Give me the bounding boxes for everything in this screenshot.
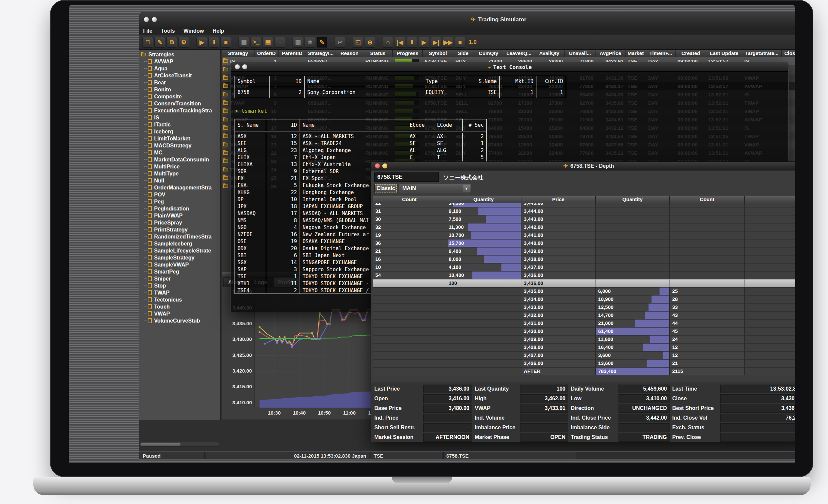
tree-item-avwap[interactable]: AVWAP xyxy=(141,58,220,65)
orders-column-header[interactable]: AvgPrice xyxy=(595,50,625,57)
copy-icon[interactable]: ⧉ xyxy=(166,37,177,48)
settings-gears-icon[interactable]: ⚙ xyxy=(178,37,189,48)
console-prompt[interactable]: > lsmarket xyxy=(235,108,267,114)
depth-column-price-2[interactable]: Price xyxy=(521,196,595,203)
orders-column-header[interactable]: LeavesQ... xyxy=(504,50,534,57)
depth-column-quantity-3[interactable]: Quantity xyxy=(595,196,669,203)
window-close-button[interactable] xyxy=(235,65,240,69)
tree-item-sniper[interactable]: Sniper xyxy=(141,275,220,282)
depth-column-quantity-1[interactable]: Quantity xyxy=(446,196,521,203)
console-titlebar[interactable]: ✈Text Console xyxy=(231,62,788,72)
market-row[interactable]: ASX12ASX - ALL MARKETSAXAX2 xyxy=(235,133,486,140)
edit-pencil-icon[interactable]: ✎ xyxy=(317,37,327,48)
orders-column-header[interactable]: Market xyxy=(625,50,646,57)
bid-row[interactable]: 3,429.0011,60024 xyxy=(371,335,795,343)
open-folder-icon[interactable]: ◱ xyxy=(353,37,363,48)
tree-item-pov[interactable]: POV xyxy=(141,191,220,198)
tree-item-touch[interactable]: Touch xyxy=(141,303,220,310)
tree-item-randomizedtimesstra[interactable]: RandomizedTimesStra xyxy=(141,233,220,240)
window-minimize-button[interactable] xyxy=(242,65,247,69)
ask-row[interactable]: 219,4003,439.00 xyxy=(371,247,795,255)
ask-row[interactable]: 1910,7003,441.00 xyxy=(371,231,795,239)
ask-row[interactable]: 319,1003,444.00 xyxy=(371,207,795,215)
sim-play-icon[interactable]: ▶ xyxy=(419,37,429,48)
bid-row[interactable]: 3,430.0061,40045 xyxy=(371,327,795,335)
new-file-icon[interactable]: □ xyxy=(142,37,153,48)
market-row[interactable]: CHIX7Chi-X JapanCT5 xyxy=(235,154,486,161)
tree-item-limittomarket[interactable]: LimitToMarket xyxy=(141,135,220,142)
tree-item-samplevwap[interactable]: SampleVWAP xyxy=(141,261,220,268)
log-book-icon[interactable]: ▤ xyxy=(262,37,273,48)
orders-column-header[interactable]: Side xyxy=(453,50,473,57)
tree-item-executiontrackingstra[interactable]: ExecutionTrackingStra xyxy=(141,107,220,114)
fast-forward-icon[interactable]: ▶▶ xyxy=(443,37,453,48)
orders-column-header[interactable]: TimeInF... xyxy=(646,50,675,57)
orders-column-header[interactable]: ClosedQty xyxy=(782,50,795,57)
orders-column-header[interactable]: StrategyI... xyxy=(306,50,336,57)
orders-column-header[interactable]: Symbol xyxy=(423,50,453,57)
classic-view-button[interactable]: Classic xyxy=(374,184,397,193)
tree-item-smartpeg[interactable]: SmartPeg xyxy=(141,268,220,275)
globe-icon[interactable]: ⊕ xyxy=(365,37,375,48)
menu-window[interactable]: Window xyxy=(183,28,204,34)
tree-item-macdstrategy[interactable]: MACDStrategy xyxy=(141,142,220,149)
window-minimize-button[interactable] xyxy=(382,163,387,168)
depth-ladder[interactable]: 2214,5003,445.00319,1003,444.00307,5003,… xyxy=(371,203,795,381)
tree-item-iceberg[interactable]: Iceberg xyxy=(141,128,220,135)
tree-item-twap[interactable]: TWAP xyxy=(141,289,220,296)
chevron-down-icon[interactable]: ▾ xyxy=(463,185,470,192)
tree-item-samplelifecyclestrate[interactable]: SampleLifecycleStrate xyxy=(141,247,220,254)
tree-item-pricespray[interactable]: PriceSpray xyxy=(141,219,220,226)
bid-row[interactable]: 3,435.006,00025 xyxy=(371,287,795,295)
orders-column-header[interactable]: Reason xyxy=(336,50,363,57)
app-titlebar[interactable]: ✈Trading Simulator xyxy=(139,12,795,27)
chart-snapshot-icon[interactable]: ▦ xyxy=(239,37,249,48)
orders-column-header[interactable]: Strategy xyxy=(222,50,254,57)
sim-stop-icon[interactable]: ■ xyxy=(455,37,465,48)
ask-row[interactable]: 5410,4003,436.00 xyxy=(371,271,795,279)
depth-column-count-4[interactable]: Count xyxy=(669,196,745,203)
orders-column-header[interactable]: ParentID xyxy=(279,50,306,57)
bar-chart-icon[interactable]: ▥ xyxy=(293,37,303,48)
ask-row[interactable]: 104,1003,437.00 xyxy=(371,263,795,271)
orders-column-header[interactable]: CumQty xyxy=(473,50,504,57)
menu-help[interactable]: Help xyxy=(212,28,224,34)
run-icon[interactable]: ▶ xyxy=(197,37,207,48)
tree-item-sampleiceberg[interactable]: SampleIceberg xyxy=(141,240,220,247)
depth-symbol-input[interactable]: 6758.TSE xyxy=(374,172,439,182)
orders-column-header[interactable]: Last Update xyxy=(706,50,742,57)
menu-file[interactable]: File xyxy=(143,28,153,34)
window-close-button[interactable] xyxy=(375,163,380,168)
ask-row[interactable]: 3211,3003,442.00 xyxy=(371,223,795,231)
list-icon[interactable]: ≡ xyxy=(275,37,285,48)
tree-item-plainvwap[interactable]: PlainVWAP xyxy=(141,212,220,219)
window-minimize-button[interactable] xyxy=(152,17,157,22)
depth-titlebar[interactable]: ✈6758.TSE - Depth xyxy=(371,162,795,170)
tree-item-conservtransition[interactable]: ConservTransition xyxy=(141,100,220,107)
debug-icon[interactable]: ✲ xyxy=(304,37,315,48)
book-select[interactable]: MAIN ▾ xyxy=(399,184,471,193)
edit-file-icon[interactable]: ✎ xyxy=(155,37,165,48)
market-row[interactable]: ALG23Algoteq ExchangeALALG2 xyxy=(235,147,486,154)
window-close-button[interactable] xyxy=(144,17,149,22)
step-forward-icon[interactable]: ▶| xyxy=(431,37,441,48)
tree-item-is[interactable]: IS xyxy=(141,114,220,121)
after-hours-row[interactable]: AFTER783,4002115 xyxy=(371,367,795,375)
tree-item-pegindication[interactable]: PegIndication xyxy=(141,205,220,212)
rewind-start-icon[interactable]: |◀ xyxy=(395,37,405,48)
tree-item-null[interactable]: Null xyxy=(141,177,220,184)
tree-item-samplestrategy[interactable]: SampleStrategy xyxy=(141,254,220,261)
tree-item-itactic[interactable]: ITactic xyxy=(141,121,220,128)
tree-item-bonito[interactable]: Bonito xyxy=(141,86,220,93)
tree-item-atclosetransit[interactable]: AtCloseTransit xyxy=(141,72,220,79)
tree-item-bear[interactable]: Bear xyxy=(141,79,220,86)
tree-item-multitype[interactable]: MultiType xyxy=(141,170,220,177)
sidebar-horizontal-scrollbar[interactable] xyxy=(140,442,220,447)
bid-row[interactable]: 3,433.0012,50033 xyxy=(371,303,795,311)
tree-item-multiprice[interactable]: MultiPrice xyxy=(141,163,220,170)
last-trade-row[interactable]: 1003,436.00 xyxy=(371,279,795,287)
bid-row[interactable]: 3,426.0013,60021 xyxy=(371,359,795,367)
terminal-icon[interactable]: >_ xyxy=(251,37,261,48)
sim-pause-icon[interactable]: ‖ xyxy=(407,37,417,48)
bid-row[interactable]: 3,427.003,60012 xyxy=(371,351,795,359)
